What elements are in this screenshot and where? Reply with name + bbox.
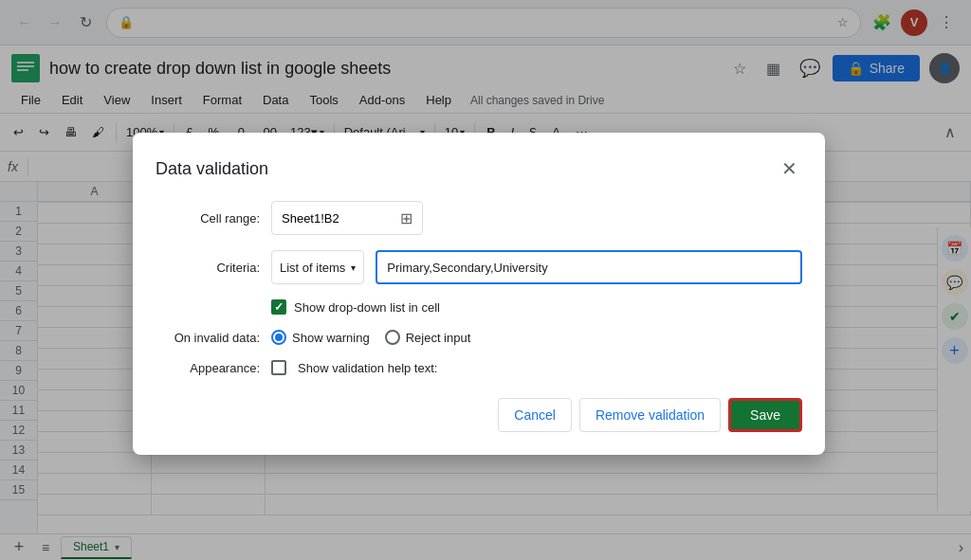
- criteria-type-select[interactable]: List of items ▾: [271, 250, 364, 284]
- appearance-label: Appearance:: [156, 361, 260, 375]
- show-dropdown-label: Show drop-down list in cell: [294, 300, 440, 315]
- save-button[interactable]: Save: [728, 398, 802, 432]
- cell-range-label: Cell range:: [156, 211, 260, 226]
- show-warning-option[interactable]: Show warning: [271, 330, 370, 345]
- help-text-checkbox[interactable]: [271, 360, 286, 375]
- cell-range-input-wrapper: ⊞: [271, 201, 423, 235]
- close-dialog-button[interactable]: ✕: [776, 155, 802, 182]
- reject-input-label: Reject input: [406, 331, 471, 345]
- invalid-data-row: On invalid data: Show warning Reject inp…: [156, 330, 802, 345]
- radio-group: Show warning Reject input: [271, 330, 470, 345]
- reject-input-radio[interactable]: [385, 330, 400, 345]
- chevron-criteria-icon: ▾: [351, 262, 356, 273]
- cell-range-field[interactable]: [282, 211, 393, 226]
- dialog-title-row: Data validation ✕: [156, 155, 802, 182]
- show-dropdown-row: ✓ Show drop-down list in cell: [271, 299, 802, 315]
- show-dropdown-checkbox[interactable]: ✓: [271, 299, 286, 315]
- data-validation-dialog: Data validation ✕ Cell range: ⊞ Criteria…: [133, 133, 825, 455]
- dialog-title: Data validation: [156, 159, 268, 179]
- criteria-values-input[interactable]: [376, 250, 802, 284]
- show-warning-radio[interactable]: [271, 330, 286, 345]
- appearance-row: Appearance: Show validation help text:: [156, 360, 802, 375]
- help-text-label: Show validation help text:: [298, 361, 437, 375]
- remove-validation-button[interactable]: Remove validation: [579, 398, 721, 432]
- cell-range-row: Cell range: ⊞: [156, 201, 802, 235]
- criteria-row: Criteria: List of items ▾: [156, 250, 802, 284]
- grid-select-icon[interactable]: ⊞: [400, 209, 412, 227]
- reject-input-option[interactable]: Reject input: [385, 330, 471, 345]
- invalid-data-label: On invalid data:: [156, 331, 260, 345]
- criteria-label: Criteria:: [156, 261, 260, 275]
- dialog-actions: Cancel Remove validation Save: [156, 398, 802, 432]
- show-warning-label: Show warning: [292, 331, 370, 345]
- cancel-button[interactable]: Cancel: [498, 398, 572, 432]
